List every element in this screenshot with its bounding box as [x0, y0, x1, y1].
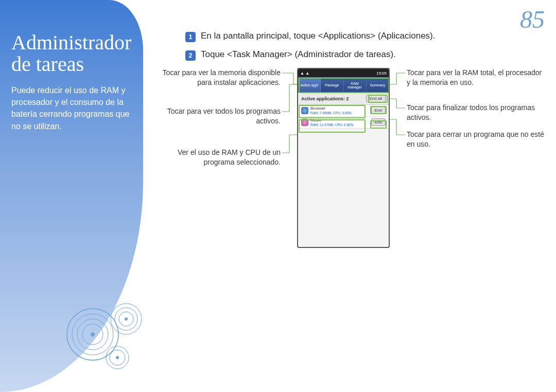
step-text-2: Toque <Task Manager> (Administrador de t… — [201, 49, 396, 60]
decorative-circles — [62, 288, 154, 381]
active-apps-label: Active applications: 2 — [301, 96, 349, 101]
sidebar-title: Administrador de tareas — [0, 0, 143, 75]
step-1: 1 En la pantalla principal, toque <Appli… — [154, 31, 546, 42]
phone-screenshot: ▲ ▲ 15:05 Active appl Package RAM manage… — [297, 68, 390, 248]
title-line2: de tareas — [11, 52, 84, 76]
step-badge-2: 2 — [185, 50, 196, 61]
title-line1: Administrador — [11, 31, 131, 54]
highlight-app-music — [299, 119, 366, 133]
highlight-app-browser — [299, 105, 366, 118]
step-badge-1: 1 — [185, 32, 196, 42]
callout-left-3: Ver el uso de RAM y CPU de un programa s… — [154, 148, 281, 167]
highlight-end-music — [370, 120, 387, 129]
callout-left-1: Tocar para ver la memoria disponible par… — [154, 68, 281, 87]
callout-right-3: Tocar para cerrar un programa que no est… — [407, 130, 546, 149]
step-2: 2 Toque <Task Manager> (Administrador de… — [154, 49, 546, 61]
highlight-tabs — [299, 78, 389, 93]
status-time: 15:05 — [376, 71, 387, 76]
status-bar: ▲ ▲ 15:05 — [298, 69, 389, 77]
callout-left-2: Tocar para ver todos los programas activ… — [154, 106, 281, 126]
page-number: 85 — [520, 5, 545, 33]
step-text-1: En la pantalla principal, toque <Applica… — [201, 31, 436, 41]
svg-point-8 — [125, 317, 128, 320]
callout-right-2: Tocar para finalizar todos los programas… — [407, 103, 546, 122]
highlight-endall — [368, 95, 388, 103]
svg-point-11 — [116, 356, 119, 359]
svg-point-4 — [91, 332, 95, 336]
status-left-icons: ▲ ▲ — [300, 71, 309, 76]
highlight-end-browser — [370, 106, 387, 114]
sidebar-description: Puede reducir el uso de RAM y procesador… — [0, 75, 143, 132]
main-content: 1 En la pantalla principal, toque <Appli… — [154, 31, 546, 274]
diagram-area: Tocar para ver la memoria disponible par… — [154, 68, 546, 274]
callout-right-1: Tocar para ver la RAM total, el procesad… — [407, 68, 546, 87]
